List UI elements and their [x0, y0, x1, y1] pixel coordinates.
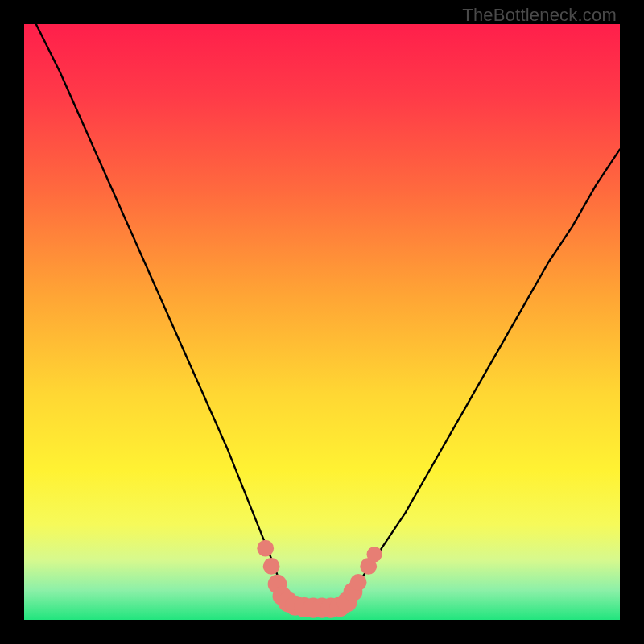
- series-right-branch: [346, 149, 620, 601]
- plot-area: [24, 24, 620, 620]
- chart-frame: TheBottleneck.com: [0, 0, 644, 644]
- data-marker: [367, 547, 382, 562]
- data-marker: [263, 558, 280, 575]
- watermark-text: TheBottleneck.com: [462, 5, 617, 26]
- chart-curves: [24, 24, 620, 620]
- data-marker: [350, 574, 367, 591]
- series-left-branch: [36, 24, 287, 602]
- data-marker: [257, 540, 274, 557]
